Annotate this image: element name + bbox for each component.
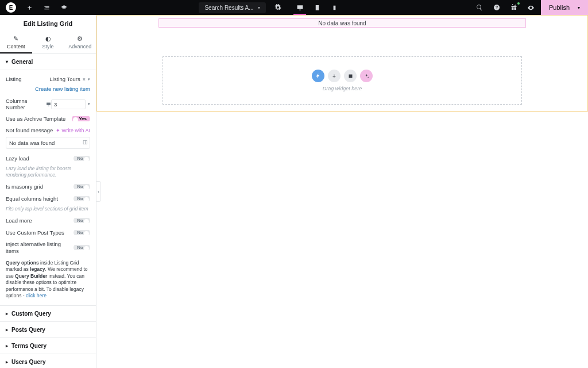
document-selector[interactable]: Search Results A... ▾ xyxy=(199,2,266,13)
document-label: Search Results A... xyxy=(204,5,253,11)
lazy-toggle[interactable]: No xyxy=(74,155,90,162)
row-cpt: Use Custom Post Types No xyxy=(6,227,90,239)
listing-select[interactable]: Listing Tours × ▾ xyxy=(50,76,90,82)
chevron-down-icon[interactable]: ▾ xyxy=(578,5,580,10)
settings-icon[interactable] xyxy=(274,3,282,12)
tablet-icon[interactable] xyxy=(313,3,321,12)
canvas: ‹ No data was found + Drag widget here xyxy=(96,15,588,368)
notfound-input-wrap: ◫ xyxy=(6,137,90,149)
chevron-down-icon: ▾ xyxy=(88,77,90,82)
row-equal: Equal columns height No xyxy=(6,193,90,205)
notfound-input[interactable] xyxy=(6,137,90,149)
drop-zone[interactable]: + Drag widget here xyxy=(163,56,522,105)
topbar: E Search Results A... ▾ Publish ▾ xyxy=(0,0,588,15)
write-with-ai[interactable]: ✦ Write with AI xyxy=(56,128,90,133)
layers-icon[interactable] xyxy=(60,3,68,12)
panel-title: Edit Listing Grid xyxy=(0,15,96,32)
pencil-icon: ✎ xyxy=(0,35,32,43)
caret-right-icon: ▸ xyxy=(6,359,8,365)
ai-button[interactable] xyxy=(312,70,324,82)
columns-input-wrap: ▾ xyxy=(51,99,90,109)
caret-down-icon: ▾ xyxy=(6,59,8,64)
masonry-toggle[interactable]: No xyxy=(74,183,90,190)
topbar-mid: Search Results A... ▾ xyxy=(199,2,344,13)
mobile-icon[interactable] xyxy=(330,3,338,12)
add-widget-button[interactable]: + xyxy=(328,70,341,82)
chevron-down-icon[interactable]: ▾ xyxy=(88,102,90,106)
panel-tabs: ✎ Content ◐ Style ⚙ Advanced xyxy=(0,32,96,54)
row-masonry: Is masonry grid No xyxy=(6,181,90,193)
row-loadmore: Load more No xyxy=(6,214,90,227)
section-custom-query[interactable]: ▸Custom Query xyxy=(0,306,96,322)
tab-content[interactable]: ✎ Content xyxy=(0,32,32,53)
inject-toggle[interactable]: No xyxy=(74,244,90,251)
columns-input[interactable] xyxy=(51,99,86,109)
section-general-body: Listing Listing Tours × ▾ Create new lis… xyxy=(0,70,96,306)
ai-layout-button[interactable] xyxy=(360,70,373,82)
drop-label: Drag widget here xyxy=(323,86,362,91)
section-users-query[interactable]: ▸Users Query xyxy=(0,354,96,368)
row-columns: Columns Number ▾ xyxy=(6,95,90,113)
row-archive: Use as Archive Template Yes xyxy=(6,113,90,125)
tab-advanced[interactable]: ⚙ Advanced xyxy=(64,32,96,53)
cpt-toggle[interactable]: No xyxy=(74,229,90,236)
desktop-icon[interactable] xyxy=(296,3,304,12)
caret-right-icon: ▸ xyxy=(6,311,8,316)
panel-scroll[interactable]: ▾ General Listing Listing Tours × ▾ Crea… xyxy=(0,54,96,368)
desktop-icon[interactable] xyxy=(46,102,51,107)
row-lazy: Lazy load No xyxy=(6,152,90,164)
caret-right-icon: ▸ xyxy=(6,343,8,348)
create-listing-link[interactable]: Create new listing item xyxy=(6,85,90,95)
gift-icon[interactable] xyxy=(510,3,518,12)
help-icon[interactable] xyxy=(493,3,501,12)
archive-toggle[interactable]: Yes xyxy=(72,115,90,122)
row-listing: Listing Listing Tours × ▾ xyxy=(6,74,90,85)
responsive-devices xyxy=(290,3,344,12)
section-posts-query[interactable]: ▸Posts Query xyxy=(0,322,96,338)
preview-icon[interactable] xyxy=(527,3,535,12)
topbar-left: E xyxy=(0,2,74,13)
publish-button[interactable]: Publish ▾ xyxy=(541,0,588,15)
legacy-note: Query options inside Listing Grid marked… xyxy=(6,256,90,300)
section-general[interactable]: ▾ General xyxy=(0,54,96,70)
template-button[interactable] xyxy=(344,70,357,82)
listing-grid-empty[interactable]: No data was found xyxy=(158,18,526,28)
drop-buttons: + xyxy=(312,70,373,82)
editor-panel: Edit Listing Grid ✎ Content ◐ Style ⚙ Ad… xyxy=(0,15,96,368)
equal-hint: Fits only top level sections of grid ite… xyxy=(6,205,90,214)
equal-toggle[interactable]: No xyxy=(74,195,90,202)
caret-right-icon: ▸ xyxy=(6,327,8,332)
row-notfound: Not found message ✦ Write with AI xyxy=(6,125,90,136)
dynamic-icon[interactable]: ◫ xyxy=(83,139,88,145)
lazy-hint: Lazy load the listing for boosts renderi… xyxy=(6,164,90,181)
row-inject: Inject alternative listing items No xyxy=(6,239,90,256)
section-terms-query[interactable]: ▸Terms Query xyxy=(0,338,96,354)
tab-style[interactable]: ◐ Style xyxy=(32,32,64,53)
topbar-right xyxy=(470,3,541,12)
disable-legacy-link[interactable]: click here xyxy=(26,293,47,298)
structure-icon[interactable] xyxy=(42,3,51,12)
search-icon[interactable] xyxy=(475,3,483,12)
add-icon[interactable] xyxy=(25,3,33,12)
panel-collapse-handle[interactable]: ‹ xyxy=(96,181,101,202)
clear-icon[interactable]: × xyxy=(83,76,86,82)
loadmore-toggle[interactable]: No xyxy=(74,217,90,224)
gear-icon: ⚙ xyxy=(64,35,96,43)
elementor-logo[interactable]: E xyxy=(6,2,16,13)
contrast-icon: ◐ xyxy=(32,35,64,43)
chevron-down-icon: ▾ xyxy=(258,5,260,10)
publish-label: Publish xyxy=(549,4,570,11)
